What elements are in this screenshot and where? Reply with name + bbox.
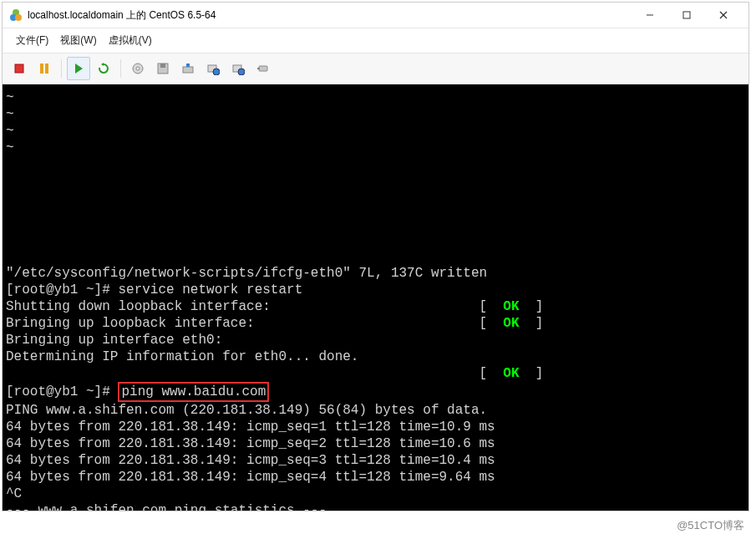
terminal-line: ~: [6, 106, 745, 123]
status-ok: OK: [503, 366, 519, 381]
reload-button[interactable]: [92, 57, 115, 80]
close-button[interactable]: [705, 3, 742, 27]
terminal-line: 64 bytes from 220.181.38.149: icmp_seq=2…: [6, 435, 745, 452]
svg-rect-9: [45, 64, 48, 74]
disk-button[interactable]: [126, 57, 150, 80]
svg-rect-23: [257, 68, 260, 69]
terminal-text: ]: [520, 299, 544, 314]
highlighted-command: ping www.baidu.com: [118, 382, 269, 402]
terminal-line: 64 bytes from 220.181.38.149: icmp_seq=1…: [6, 419, 745, 435]
terminal-line: Bringing up interface eth0:: [6, 332, 745, 348]
svg-rect-8: [40, 64, 43, 74]
terminal-text: [: [6, 366, 503, 381]
svg-rect-15: [160, 64, 165, 68]
toolbar: [3, 53, 748, 84]
menu-view[interactable]: 视图(W): [55, 32, 101, 49]
terminal-line: Bringing up loopback interface: [ OK ]: [6, 315, 745, 332]
svg-point-19: [213, 69, 220, 75]
svg-point-2: [15, 14, 22, 21]
play-button[interactable]: [67, 57, 90, 80]
watermark: @51CTO博客: [0, 513, 748, 534]
window-title: localhost.localdomain 上的 CentOS 6.5-64: [28, 8, 632, 23]
pause-button[interactable]: [33, 57, 56, 80]
terminal-line: 64 bytes from 220.181.38.149: icmp_seq=3…: [6, 452, 745, 469]
maximize-button[interactable]: [668, 3, 705, 27]
terminal-line: ~: [6, 123, 745, 140]
svg-marker-11: [101, 63, 104, 66]
terminal[interactable]: ~ ~ ~ ~ "/etc/sysconfig/network-scripts/…: [3, 84, 748, 511]
toolbar-separator: [120, 59, 121, 78]
terminal-line: --- www.a.shifen.com ping statistics ---: [6, 502, 745, 511]
svg-rect-17: [186, 64, 190, 67]
terminal-text: Shutting down loopback interface: [: [6, 299, 503, 314]
stop-button[interactable]: [8, 57, 31, 80]
menu-file[interactable]: 文件(F): [11, 32, 53, 49]
terminal-text: ]: [520, 316, 544, 331]
menubar: 文件(F) 视图(W) 虚拟机(V): [3, 28, 748, 53]
toolbar-separator: [61, 59, 62, 78]
svg-rect-7: [15, 64, 23, 73]
svg-rect-22: [259, 66, 267, 71]
terminal-line: Determining IP information for eth0... d…: [6, 348, 745, 365]
svg-point-13: [136, 67, 140, 70]
terminal-line: ~: [6, 140, 745, 156]
status-ok: OK: [503, 316, 519, 331]
menu-vm[interactable]: 虚拟机(V): [104, 32, 157, 49]
vm-console-window: localhost.localdomain 上的 CentOS 6.5-64 文…: [2, 2, 749, 511]
terminal-line: Shutting down loopback interface: [ OK ]: [6, 298, 745, 315]
status-ok: OK: [503, 299, 519, 314]
terminal-spacer: [6, 156, 745, 265]
terminal-line: ~: [6, 89, 745, 106]
terminal-line: [root@yb1 ~]# ping www.baidu.com: [6, 382, 745, 402]
network-button[interactable]: [176, 57, 200, 80]
terminal-line: "/etc/sysconfig/network-scripts/ifcfg-et…: [6, 265, 745, 282]
svg-rect-4: [683, 12, 690, 18]
terminal-text: ]: [520, 366, 544, 381]
window-controls: [632, 3, 742, 27]
prompt: [root@yb1 ~]#: [6, 384, 118, 399]
floppy-button[interactable]: [151, 57, 175, 80]
terminal-line: [root@yb1 ~]# service network restart: [6, 282, 745, 298]
svg-rect-16: [183, 67, 193, 73]
terminal-line: 64 bytes from 220.181.38.149: icmp_seq=4…: [6, 469, 745, 486]
device1-button[interactable]: [201, 57, 225, 80]
usb-button[interactable]: [251, 57, 275, 80]
terminal-line: PING www.a.shifen.com (220.181.38.149) 5…: [6, 402, 745, 419]
svg-point-21: [238, 69, 245, 75]
terminal-line: [ OK ]: [6, 365, 745, 382]
titlebar: localhost.localdomain 上的 CentOS 6.5-64: [3, 3, 748, 28]
svg-marker-10: [75, 64, 83, 74]
minimize-button[interactable]: [632, 3, 668, 27]
vsphere-icon: [9, 8, 23, 22]
terminal-text: Bringing up loopback interface: [: [6, 316, 503, 331]
device2-button[interactable]: [226, 57, 250, 80]
terminal-line: ^C: [6, 486, 745, 502]
